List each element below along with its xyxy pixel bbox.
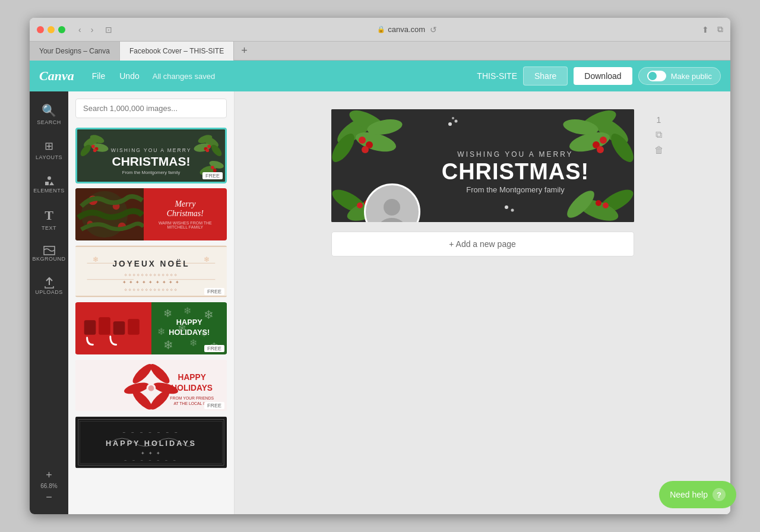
svg-text:FROM YOUR FRIENDS: FROM YOUR FRIENDS [170, 396, 214, 400]
svg-text:❄: ❄ [204, 308, 214, 321]
sidebar-item-uploads[interactable]: UPLOADS [32, 270, 66, 301]
new-tab-button[interactable]: + [234, 45, 255, 57]
make-public-toggle[interactable]: Make public [638, 67, 721, 85]
back-button[interactable]: ‹ [75, 24, 85, 36]
file-menu[interactable]: File [86, 68, 112, 84]
svg-point-117 [379, 218, 405, 223]
free-badge-5: FREE [204, 402, 224, 409]
help-label: Need help [670, 490, 708, 499]
sidebar-item-layouts[interactable]: ⊞ LAYOUTS [32, 134, 66, 166]
canva-logo: Canva [39, 68, 74, 84]
nav-buttons: ‹ › [75, 24, 97, 36]
forward-button[interactable]: › [87, 24, 97, 36]
tab-facebook-cover[interactable]: Facebook Cover – THIS-SITE [120, 42, 234, 61]
template-6-svg: ~ ~ ~ ~ ~ ~ ~ HAPPY HOLIDAYS ✦ ✦ ✦ ~ ~ ~… [75, 416, 227, 468]
browser-tabs: Your Designs – Canva Facebook Cover – TH… [30, 42, 730, 61]
svg-rect-32 [75, 246, 227, 247]
template-2-sub: WARM WISHES FROM THEMITCHELL FAMILY [159, 221, 212, 229]
canvas-card[interactable]: WISHING YOU A MERRY CHRISTMAS! From the … [331, 109, 634, 222]
templates-panel: WISHING YOU A MERRY CHRISTMAS! From the … [68, 91, 235, 514]
browser-titlebar: ‹ › ⊡ 🔒 canva.com ↺ ⬆ ⧉ [30, 18, 730, 42]
template-item-6[interactable]: ~ ~ ~ ~ ~ ~ ~ HAPPY HOLIDAYS ✦ ✦ ✦ ~ ~ ~… [75, 416, 227, 468]
svg-point-87 [359, 137, 366, 144]
template-item-3[interactable]: ❄ ❄ JOYEUX NOËL ⬦⬦⬦⬦⬦⬦⬦⬦⬦⬦⬦⬦⬦ ✦ ✦ ✦ ✦ ✦ … [75, 245, 227, 297]
sidebar-layouts-label: LAYOUTS [36, 154, 62, 160]
svg-text:❄: ❄ [157, 327, 164, 337]
svg-point-108 [448, 122, 452, 126]
layouts-icon: ⊞ [45, 140, 53, 153]
svg-text:❄: ❄ [93, 255, 99, 263]
toolbar: Canva File Undo All changes saved THIS-S… [30, 61, 730, 91]
site-label: THIS-SITE [477, 71, 517, 81]
url-display: canva.com [388, 25, 425, 34]
sidebar-uploads-label: UPLOADS [35, 289, 63, 295]
page-container: WISHING YOU A MERRY CHRISTMAS! From the … [331, 109, 634, 222]
help-button[interactable]: Need help ? [659, 481, 736, 508]
svg-point-110 [452, 117, 454, 119]
svg-point-0 [48, 176, 51, 180]
browser-share-button[interactable]: ⬆ [702, 25, 709, 34]
lock-icon: 🔒 [377, 26, 385, 33]
profile-icon [374, 194, 410, 223]
svg-text:HOLIDAYS: HOLIDAYS [171, 384, 213, 392]
svg-text:WISHING YOU A MERRY: WISHING YOU A MERRY [111, 147, 192, 153]
app-container: Canva File Undo All changes saved THIS-S… [30, 61, 730, 514]
svg-rect-1 [45, 182, 49, 185]
svg-text:~ ~ ~ ~ ~ ~ ~: ~ ~ ~ ~ ~ ~ ~ [124, 458, 178, 463]
svg-point-107 [596, 200, 601, 206]
fullscreen-button[interactable] [58, 26, 65, 33]
background-icon [43, 245, 56, 256]
download-button[interactable]: Download [574, 67, 632, 85]
svg-point-21 [213, 169, 217, 172]
svg-point-100 [600, 137, 607, 144]
elements-icon [43, 175, 56, 188]
svg-rect-46 [99, 317, 110, 334]
text-icon: T [45, 208, 53, 223]
zoom-level: 66.8% [40, 483, 57, 489]
delete-page-button[interactable]: 🗑 [654, 145, 664, 156]
svg-point-116 [384, 199, 400, 216]
zoom-out-button[interactable]: − [45, 490, 53, 504]
sidebar-item-search[interactable]: 🔍 SEARCH [32, 97, 66, 131]
svg-rect-45 [84, 320, 96, 335]
sidebar-item-background[interactable]: BKGROUND [32, 239, 66, 268]
template-2-merry: Merry [175, 200, 195, 209]
toolbar-menu: File Undo All changes saved [86, 68, 216, 84]
duplicate-page-button[interactable]: ⧉ [656, 129, 662, 140]
toggle-switch[interactable] [647, 71, 666, 81]
free-badge-3: FREE [204, 288, 224, 295]
tab-your-designs[interactable]: Your Designs – Canva [30, 42, 120, 61]
svg-text:HAPPY: HAPPY [178, 373, 206, 382]
template-item-5[interactable]: HAPPY HOLIDAYS FROM YOUR FRIENDS AT THE … [75, 359, 227, 411]
sidebar-item-text[interactable]: T TEXT [32, 202, 66, 237]
search-input[interactable] [75, 99, 227, 118]
close-button[interactable] [37, 26, 44, 33]
svg-point-69 [148, 385, 154, 391]
zoom-in-button[interactable]: + [45, 468, 53, 482]
template-item-4[interactable]: ❄ ❄ ❄ ❄ ❄ ❄ ❄ ❄ ❄ H [75, 302, 227, 354]
undo-button[interactable]: Undo [113, 68, 145, 84]
svg-point-17 [205, 149, 209, 153]
svg-point-8 [91, 145, 95, 148]
template-item-1[interactable]: WISHING YOU A MERRY CHRISTMAS! From the … [75, 128, 227, 183]
add-page-button[interactable]: + Add a new page [331, 232, 634, 256]
svg-text:CHRISTMAS!: CHRISTMAS! [441, 159, 589, 184]
share-button[interactable]: Share [523, 66, 568, 86]
svg-text:WISHING YOU A MERRY: WISHING YOU A MERRY [457, 150, 573, 159]
browser-window: ‹ › ⊡ 🔒 canva.com ↺ ⬆ ⧉ Your Designs – C… [30, 18, 730, 514]
svg-point-89 [362, 146, 369, 153]
minimize-button[interactable] [48, 26, 55, 33]
sidebar-item-elements[interactable]: ELEMENTS [32, 169, 66, 200]
svg-point-10 [93, 149, 97, 153]
browser-duplicate-button[interactable]: ⧉ [717, 24, 723, 34]
reload-button[interactable]: ↺ [430, 25, 437, 34]
svg-point-15 [207, 145, 211, 148]
sidebar-elements-label: ELEMENTS [33, 188, 65, 194]
template-item-2[interactable]: Merry Christmas! WARM WISHES FROM THEMIT… [75, 188, 227, 240]
reader-view-button[interactable]: ⊡ [105, 25, 112, 34]
svg-text:❄: ❄ [189, 338, 197, 348]
svg-text:HOLIDAYS!: HOLIDAYS! [169, 328, 210, 337]
sidebar-background-label: BKGROUND [33, 256, 66, 262]
svg-point-111 [505, 205, 508, 209]
svg-point-102 [597, 146, 604, 153]
